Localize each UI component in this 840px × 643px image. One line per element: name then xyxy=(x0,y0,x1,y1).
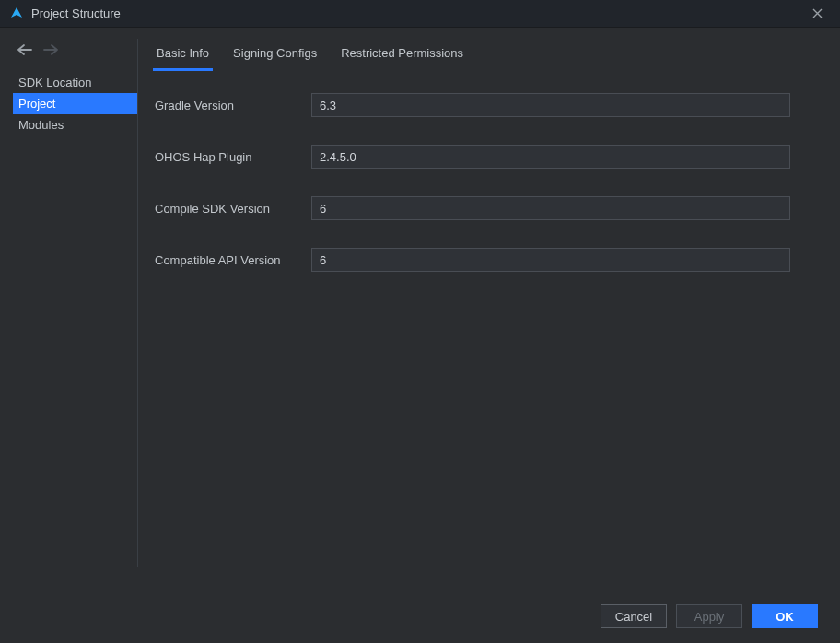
label-compile-sdk-version: Compile SDK Version xyxy=(155,202,311,216)
sidebar-item-modules[interactable]: Modules xyxy=(13,114,138,135)
cancel-button[interactable]: Cancel xyxy=(601,604,667,628)
input-compatible-api-version[interactable] xyxy=(311,248,790,272)
sidebar-item-sdk-location[interactable]: SDK Location xyxy=(13,72,138,93)
dialog-body: SDK Location Project Modules Basic Info … xyxy=(0,28,840,597)
sidebar-divider xyxy=(137,39,138,567)
row-compatible-api-version: Compatible API Version xyxy=(155,248,823,272)
tab-bar: Basic Info Signing Configs Restricted Pe… xyxy=(155,28,823,69)
row-gradle-version: Gradle Version xyxy=(155,93,823,117)
nav-history xyxy=(13,37,138,72)
input-gradle-version[interactable] xyxy=(311,93,790,117)
apply-button: Apply xyxy=(676,604,742,628)
titlebar: Project Structure xyxy=(0,0,840,28)
row-compile-sdk-version: Compile SDK Version xyxy=(155,196,823,220)
tab-restricted-permissions[interactable]: Restricted Permissions xyxy=(339,41,465,69)
input-compile-sdk-version[interactable] xyxy=(311,196,790,220)
label-gradle-version: Gradle Version xyxy=(155,99,311,112)
sidebar-item-project[interactable]: Project xyxy=(13,93,138,114)
back-arrow-icon[interactable] xyxy=(17,42,33,59)
input-ohos-hap-plugin[interactable] xyxy=(311,145,790,169)
sidebar: SDK Location Project Modules xyxy=(0,28,138,597)
ok-button[interactable]: OK xyxy=(752,604,818,628)
tab-signing-configs[interactable]: Signing Configs xyxy=(231,41,319,69)
window-title: Project Structure xyxy=(31,6,803,20)
label-compatible-api-version: Compatible API Version xyxy=(155,253,311,267)
button-bar: Cancel Apply OK xyxy=(0,597,840,643)
row-ohos-hap-plugin: OHOS Hap Plugin xyxy=(155,145,823,169)
close-icon[interactable] xyxy=(803,0,831,28)
app-logo-icon xyxy=(9,6,24,21)
form-area: Gradle Version OHOS Hap Plugin Compile S… xyxy=(155,69,823,272)
main-pane: Basic Info Signing Configs Restricted Pe… xyxy=(138,28,840,597)
label-ohos-hap-plugin: OHOS Hap Plugin xyxy=(155,150,311,164)
forward-arrow-icon xyxy=(42,42,59,59)
tab-basic-info[interactable]: Basic Info xyxy=(155,41,211,69)
